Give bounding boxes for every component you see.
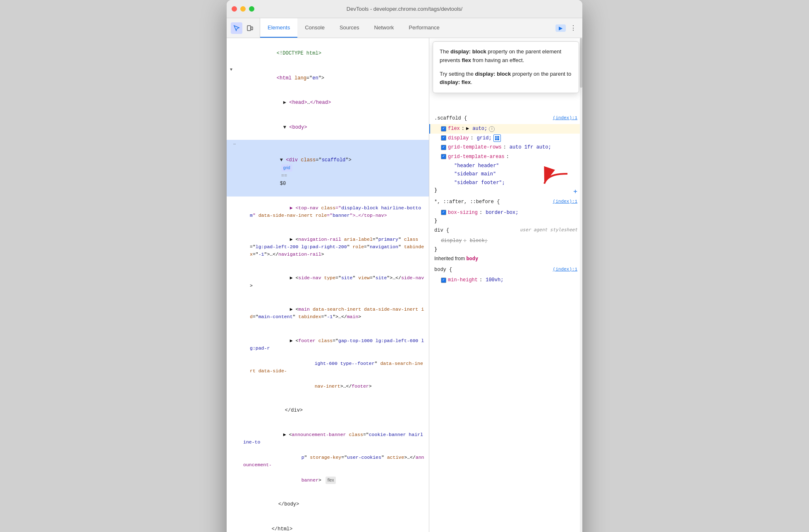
devtools-container: Elements Console Sources Network Perform…: [227, 18, 582, 532]
dom-line-topnav[interactable]: ▶ <top-nav class="display-block hairline…: [227, 197, 429, 228]
style-prop-display[interactable]: display : grid;: [429, 134, 582, 143]
dom-line-html-close: </html>: [227, 517, 429, 532]
checkbox-boxsizing[interactable]: [441, 210, 446, 215]
style-source-1[interactable]: (index):1: [553, 114, 577, 122]
styles-content[interactable]: .scaffold { (index):1 flex : ▶ auto; i: [429, 38, 582, 532]
style-prop-grid-rows[interactable]: grid-template-rows : auto 1fr auto;: [429, 143, 582, 152]
toolbar-end: ▶ ⋮: [552, 18, 582, 38]
checkbox-display[interactable]: [441, 135, 446, 141]
tab-group: Elements Console Sources Network Perform…: [260, 18, 552, 38]
rule-close-div: }: [429, 246, 582, 253]
tab-performance[interactable]: Performance: [401, 18, 447, 38]
checkbox-grid-areas[interactable]: [441, 154, 446, 159]
arrow-container: [541, 166, 574, 193]
dom-line-body[interactable]: ▼ <body>: [227, 115, 429, 140]
dom-line-main[interactable]: ▶ <main data-search-inert data-side-nav-…: [227, 298, 429, 329]
more-options-icon[interactable]: ⋮: [567, 22, 579, 34]
tooltip-text-1: The display: block property on the paren…: [440, 48, 572, 65]
rule-close-universal: }: [429, 217, 582, 225]
dom-line-div-close: </div>: [227, 398, 429, 423]
window-controls: [232, 6, 254, 12]
tooltip-box: The display: block property on the paren…: [433, 41, 579, 93]
scrollbar[interactable]: [580, 38, 582, 532]
dom-line-body-close: </body>: [227, 492, 429, 517]
styles-panel: The display: block property on the paren…: [429, 38, 582, 532]
tab-sources[interactable]: Sources: [332, 18, 367, 38]
style-rule-scaffold: .scaffold { (index):1: [429, 113, 582, 124]
grid-icon[interactable]: [493, 134, 501, 142]
scrollbar-thumb[interactable]: [580, 38, 582, 88]
style-rule-body: body { (index):1: [429, 264, 582, 276]
svg-rect-1: [251, 27, 253, 30]
style-source-2[interactable]: (index):1: [553, 198, 577, 206]
dom-line-head[interactable]: ▶ <head>…</head>: [227, 91, 429, 115]
flex-badge[interactable]: flex: [326, 477, 336, 484]
style-prop-display-ua[interactable]: display : block;: [429, 236, 582, 245]
style-prop-boxsizing[interactable]: box-sizing : border-box;: [429, 208, 582, 217]
checkbox-grid-rows[interactable]: [441, 145, 446, 150]
inherited-from[interactable]: body: [466, 256, 478, 261]
active-indicator: ▶: [555, 24, 566, 32]
titlebar: DevTools - developer.chrome.com/tags/dev…: [227, 0, 582, 18]
close-button[interactable]: [232, 6, 237, 12]
dom-tree[interactable]: <!DOCTYPE html> ▼ <html lang="en">: [227, 38, 429, 532]
grid-badge[interactable]: grid: [281, 164, 292, 172]
toolbar-icon-group: [227, 18, 260, 38]
dom-line-banner[interactable]: ▶ <announcement-banner class="cookie-ban…: [227, 423, 429, 492]
svg-rect-0: [247, 26, 251, 31]
inspector-icon[interactable]: [231, 22, 242, 34]
red-arrow-icon: [541, 166, 574, 191]
tab-console[interactable]: Console: [297, 18, 332, 38]
dom-panel: <!DOCTYPE html> ▼ <html lang="en">: [227, 38, 429, 532]
style-source-3[interactable]: (index):1: [553, 266, 577, 273]
toolbar: Elements Console Sources Network Perform…: [227, 18, 582, 38]
style-prop-minheight[interactable]: min-height : 100vh;: [429, 276, 582, 285]
style-prop-flex[interactable]: flex : ▶ auto; i: [429, 124, 582, 133]
maximize-button[interactable]: [249, 6, 254, 12]
style-prop-grid-areas[interactable]: grid-template-areas :: [429, 152, 582, 161]
tab-elements[interactable]: Elements: [260, 18, 297, 38]
tab-network[interactable]: Network: [367, 18, 402, 38]
main-content: <!DOCTYPE html> ▼ <html lang="en">: [227, 38, 582, 532]
devtools-window: DevTools - developer.chrome.com/tags/dev…: [227, 0, 582, 532]
dom-line-sidenav[interactable]: ▶ <side-nav type="site" view="site">…</s…: [227, 266, 429, 298]
style-rule-universal: *, ::after, ::before { (index):1: [429, 196, 582, 208]
tooltip-text-2: Try setting the display: block property …: [440, 70, 572, 87]
info-icon-flex[interactable]: i: [489, 126, 495, 132]
minimize-button[interactable]: [240, 6, 246, 12]
dom-line-navrail[interactable]: ▶ <navigation-rail aria-label="primary" …: [227, 228, 429, 266]
window-title: DevTools - developer.chrome.com/tags/dev…: [347, 6, 462, 12]
dom-line-scaffold[interactable]: … ▼ <div class="scaffold"> grid == $0: [227, 140, 429, 196]
dom-line-footer[interactable]: ▶ <footer class="gap-top-1000 lg:pad-lef…: [227, 329, 429, 398]
device-icon[interactable]: [244, 22, 256, 34]
inherited-label: Inherited from body: [429, 253, 582, 264]
user-agent-label: user agent stylesheet: [520, 226, 577, 234]
checkbox-flex[interactable]: [441, 126, 446, 132]
checkbox-minheight[interactable]: [441, 278, 446, 283]
style-rule-div: div { user agent stylesheet: [429, 225, 582, 236]
dom-line-html[interactable]: ▼ <html lang="en">: [227, 66, 429, 91]
dom-line-doctype: <!DOCTYPE html>: [227, 41, 429, 66]
